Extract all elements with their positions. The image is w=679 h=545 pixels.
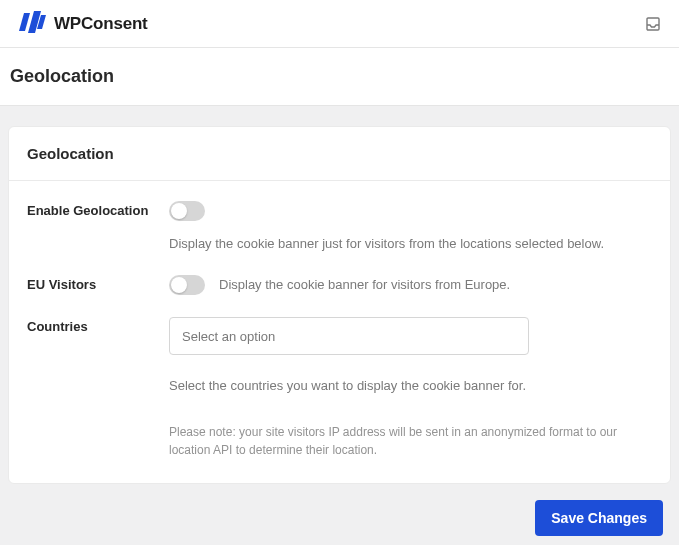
toggle-eu-visitors[interactable] [169, 275, 205, 295]
countries-helper: Select the countries you want to display… [169, 377, 652, 395]
footer: Save Changes [8, 484, 671, 544]
row-enable-geolocation: Enable Geolocation Display the cookie ba… [27, 201, 652, 253]
card-title: Geolocation [9, 127, 670, 181]
toggle-enable-geolocation[interactable] [169, 201, 205, 221]
page-title: Geolocation [0, 48, 679, 106]
svg-rect-0 [647, 18, 659, 30]
top-bar: WPConsent [0, 0, 679, 48]
geolocation-card: Geolocation Enable Geolocation Display t… [8, 126, 671, 484]
card-body: Enable Geolocation Display the cookie ba… [9, 181, 670, 483]
countries-placeholder: Select an option [182, 329, 275, 344]
desc-eu-visitors: Display the cookie banner for visitors f… [219, 276, 510, 294]
row-countries: Countries Select an option [27, 317, 652, 355]
page-content: Geolocation Enable Geolocation Display t… [0, 106, 679, 545]
label-enable-geolocation: Enable Geolocation [27, 201, 169, 218]
row-eu-visitors: EU Visitors Display the cookie banner fo… [27, 275, 652, 295]
inbox-icon[interactable] [645, 16, 661, 32]
logo-icon [18, 11, 46, 37]
countries-select[interactable]: Select an option [169, 317, 529, 355]
ip-note: Please note: your site visitors IP addre… [169, 423, 619, 459]
label-eu-visitors: EU Visitors [27, 275, 169, 292]
brand-logo: WPConsent [18, 11, 148, 37]
label-countries: Countries [27, 317, 169, 334]
save-button[interactable]: Save Changes [535, 500, 663, 536]
brand-name: WPConsent [54, 14, 148, 34]
desc-enable-geolocation: Display the cookie banner just for visit… [169, 235, 604, 253]
